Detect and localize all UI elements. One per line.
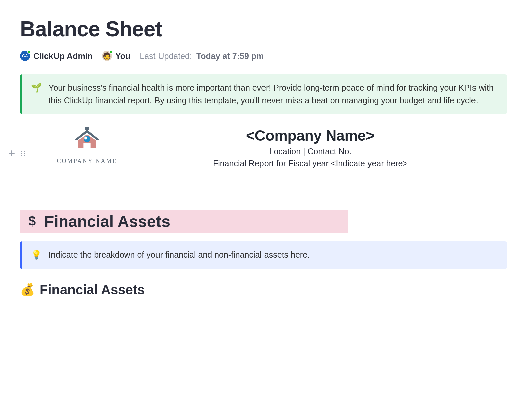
svg-point-2 bbox=[21, 153, 22, 154]
svg-point-5 bbox=[24, 155, 25, 156]
tip-callout-text: Indicate the breakdown of your financial… bbox=[48, 249, 310, 261]
add-block-icon[interactable] bbox=[8, 150, 15, 157]
company-logo: COMPANY NAME bbox=[40, 127, 134, 165]
intro-callout-text: Your business's financial health is more… bbox=[48, 82, 498, 107]
company-name-placeholder[interactable]: <Company Name> bbox=[154, 127, 467, 144]
company-report-line[interactable]: Financial Report for Fiscal year <Indica… bbox=[154, 159, 467, 168]
author-name: ClickUp Admin bbox=[33, 51, 93, 61]
svg-point-4 bbox=[21, 155, 22, 156]
company-header-block: COMPANY NAME <Company Name> Location | C… bbox=[40, 127, 507, 170]
avatar-initials: CA bbox=[22, 54, 28, 58]
svg-point-1 bbox=[24, 151, 25, 152]
author-clickup-admin[interactable]: CA ClickUp Admin bbox=[20, 51, 93, 61]
drag-handle-icon[interactable] bbox=[19, 150, 27, 157]
company-location-contact[interactable]: Location | Contact No. bbox=[154, 147, 467, 156]
svg-point-10 bbox=[84, 137, 87, 140]
svg-point-0 bbox=[21, 151, 22, 152]
avatar: 🧑 bbox=[102, 51, 112, 61]
doc-meta-row: CA ClickUp Admin 🧑 You Last Updated: Tod… bbox=[20, 51, 507, 61]
svg-point-3 bbox=[24, 153, 25, 154]
subsection-financial-assets: 💰 Financial Assets bbox=[20, 282, 507, 297]
presence-dot-icon bbox=[109, 50, 113, 54]
moneybag-icon: 💰 bbox=[20, 283, 35, 297]
intro-callout: 🌱 Your business's financial health is mo… bbox=[20, 74, 507, 114]
lightbulb-icon: 💡 bbox=[31, 249, 42, 261]
section-title: Financial Assets bbox=[44, 212, 170, 231]
last-updated-label: Last Updated: bbox=[140, 51, 192, 61]
avatar-face-icon: 🧑 bbox=[103, 52, 111, 59]
last-updated: Last Updated: Today at 7:59 pm bbox=[140, 51, 264, 61]
dollar-icon: $ bbox=[26, 214, 38, 229]
section-financial-assets-banner: $ Financial Assets bbox=[20, 210, 348, 233]
presence-dot-icon bbox=[27, 50, 31, 54]
author-name: You bbox=[115, 51, 130, 61]
avatar: CA bbox=[20, 51, 30, 61]
company-logo-label: COMPANY NAME bbox=[57, 158, 117, 165]
last-updated-value: Today at 7:59 pm bbox=[196, 51, 264, 61]
tip-callout: 💡 Indicate the breakdown of your financi… bbox=[20, 241, 507, 269]
svg-text:$: $ bbox=[28, 214, 36, 228]
svg-rect-7 bbox=[85, 127, 89, 130]
author-you[interactable]: 🧑 You bbox=[102, 51, 130, 61]
block-margin-controls bbox=[8, 150, 27, 157]
company-logo-icon bbox=[72, 127, 102, 154]
page-title: Balance Sheet bbox=[20, 17, 507, 41]
svg-point-9 bbox=[84, 136, 90, 143]
company-text-block: <Company Name> Location | Contact No. Fi… bbox=[154, 127, 507, 170]
seedling-icon: 🌱 bbox=[31, 82, 42, 94]
subsection-title-text: Financial Assets bbox=[40, 282, 145, 297]
